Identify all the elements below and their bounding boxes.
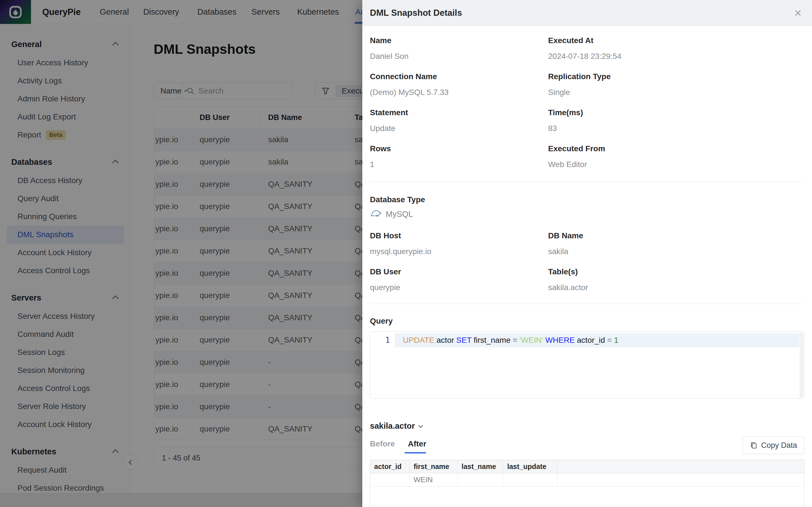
result-table-body: WEIN [370,473,804,487]
chevron-down-icon [418,423,423,428]
tab-after[interactable]: After [408,439,426,452]
editor-scrollbar[interactable] [800,332,804,398]
modal-dim-overlay[interactable] [0,0,362,507]
sql-token: = [607,336,612,344]
result-cell: WEIN [410,473,458,487]
active-tab-underline [405,452,426,453]
copy-data-button[interactable]: Copy Data [743,437,804,454]
app-screen: QueryPie GeneralDiscoveryDatabasesServer… [0,0,812,507]
result-cell [557,473,804,487]
tab-before[interactable]: Before [370,439,395,452]
field-label: DB Host [370,231,401,240]
field-value: 2024-07-18 23:29:54 [548,52,621,61]
field-value: querypie [370,283,400,292]
field-value: Update [370,124,395,133]
query-label: Query [370,317,393,326]
field-label: Executed At [548,36,594,45]
result-cell [503,473,557,487]
sql-token [612,336,614,344]
sql-token [517,336,520,344]
divider [370,182,804,182]
sql-token: first_name [471,336,513,344]
field-label: Rows [370,144,391,153]
result-column-header: first_name [410,460,458,473]
result-table-name-text: sakila.actor [370,421,415,431]
copy-data-label: Copy Data [761,441,797,450]
result-column-header: last_name [458,460,503,473]
sql-token: = [513,336,517,344]
sql-token: WHERE [545,336,574,344]
field-label: Time(ms) [548,108,583,117]
panel-title: DML Snapshot Details [370,8,462,18]
sql-token: SET [456,336,471,344]
result-cell [370,473,410,487]
line-number: 1 [370,335,390,345]
result-table: actor_idfirst_namelast_namelast_update W… [370,460,804,507]
before-after-tabs: BeforeAfter [370,439,426,452]
sql-token: 1 [614,336,619,344]
field-value: 1 [370,160,374,169]
field-label: Connection Name [370,72,437,81]
field-label: DB User [370,267,401,276]
field-value: Single [548,88,570,97]
field-value: (Demo) MySQL 5.7.33 [370,88,449,97]
result-column-header [557,460,804,473]
field-value: 83 [548,124,557,133]
field-label: DB Name [548,231,583,240]
result-row: WEIN [370,473,804,487]
result-column-header: actor_id [370,460,410,473]
sql-token: 'WEIN' [520,336,543,344]
result-table-name[interactable]: sakila.actor [370,421,422,431]
close-icon[interactable]: × [790,5,806,21]
sql-token: actor_id [575,336,607,344]
result-cell [458,473,503,487]
mysql-dolphin-icon [370,209,382,220]
sql-code-line: UPDATE actor SET first_name = 'WEIN' WHE… [403,335,618,345]
panel-header: DML Snapshot Details × [362,0,812,26]
field-label: Replication Type [548,72,611,81]
database-type-value: MySQL [370,209,413,220]
sql-token: actor [435,336,456,344]
dml-snapshot-details-panel: DML Snapshot Details × NameDaniel SonExe… [362,0,812,507]
result-column-header: last_update [503,460,557,473]
field-value: sakila [548,247,568,256]
result-table-header: actor_idfirst_namelast_namelast_update [370,460,804,473]
field-label: Table(s) [548,267,578,276]
field-label: Executed From [548,144,605,153]
sql-code-editor[interactable]: 1 UPDATE actor SET first_name = 'WEIN' W… [370,332,804,399]
copy-icon [750,441,758,449]
field-value: Daniel Son [370,52,409,61]
field-value: Web Editor [548,160,587,169]
field-value: sakila.actor [548,283,588,292]
field-label: Name [370,36,391,45]
field-label: Statement [370,108,408,117]
database-type-label: Database Type [370,195,425,204]
field-value: mysql.querypie.io [370,247,432,256]
sql-token: UPDATE [403,336,435,344]
database-type-text: MySQL [386,210,413,219]
